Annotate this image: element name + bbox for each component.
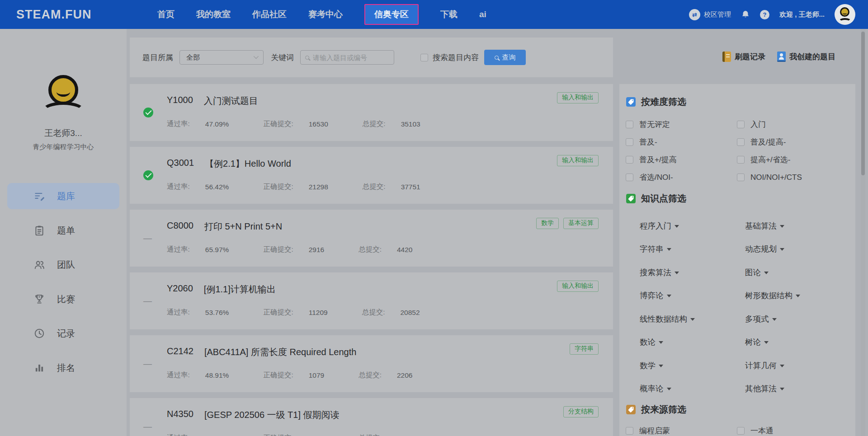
checkbox[interactable] [626,138,633,146]
problem-id[interactable]: N4350 [167,409,193,421]
problem-title-row: Q3001 【例2.1】Hello World [167,158,291,170]
help-icon[interactable]: ? [760,10,769,19]
search-content-checkbox[interactable] [420,54,428,61]
source-option[interactable]: 一本通 [737,422,848,436]
checkbox[interactable] [737,138,745,146]
knowledge-dropdown[interactable]: 博弈论 [640,284,745,308]
problem-title[interactable]: 入门测试题目 [204,95,258,107]
keyword-input[interactable] [313,54,385,61]
problem-id[interactable]: Y2060 [167,283,193,295]
nav-works-community[interactable]: 作品社区 [252,9,287,20]
problem-tag[interactable]: 分支结构 [563,406,599,417]
problem-title[interactable]: 【例2.1】Hello World [205,158,291,170]
caret-down-icon [764,272,769,274]
knowledge-dropdown[interactable]: 搜索算法 [640,261,745,284]
problem-title-row: N4350 [GESP 202506 一级 T1] 假期阅读 [167,409,340,421]
problem-row[interactable]: — Y2060 [例1.1]计算机输出 通过率:53.76% 正确提交:1120… [130,272,613,329]
unsolved-dash-icon: — [143,296,152,306]
caret-down-icon [675,225,679,228]
my-problems-link[interactable]: 我创建的题目 [777,52,835,62]
problem-row[interactable]: — C8000 打印 5+N Print 5+N 通过率:65.97% 正确提交… [130,210,613,267]
nav-download[interactable]: 下载 [440,9,458,20]
knowledge-dropdown[interactable]: 字符串 [640,238,745,261]
school-admin-link[interactable]: ⇄ 校区管理 [689,9,731,20]
problem-id[interactable]: Q3001 [167,158,194,170]
checkbox[interactable] [626,121,633,128]
problem-title-row: C2142 [ABC411A] 所需长度 Required Length [167,346,356,358]
problem-row[interactable]: Y1000 入门测试题目 通过率:47.09% 正确提交:16530 总提交:3… [130,84,613,141]
nav-contest-center[interactable]: 赛考中心 [308,9,343,20]
knowledge-dropdown[interactable]: 线性数据结构 [640,307,745,331]
nav-home[interactable]: 首页 [157,9,175,20]
checkbox[interactable] [626,427,633,435]
checkbox[interactable] [737,121,745,128]
problem-row[interactable]: — N4350 [GESP 202506 一级 T1] 假期阅读 通过率:43.… [130,398,613,436]
knowledge-dropdown[interactable]: 其他算法 [745,377,850,401]
knowledge-dropdown[interactable]: 树论 [745,331,850,354]
nav-oi-zone-active[interactable]: 信奥专区 [364,4,419,25]
checkbox[interactable] [737,173,745,181]
problem-title[interactable]: [例1.1]计算机输出 [204,283,276,295]
problem-tag[interactable]: 输入和输出 [557,92,599,103]
owner-select[interactable]: 全部 [179,50,264,65]
knowledge-dropdown[interactable]: 概率论 [640,377,745,401]
problem-tag[interactable]: 数学 [536,218,559,229]
problem-id[interactable]: Y1000 [167,95,193,107]
app-root: STEAM.FUN 首页 我的教室 作品社区 赛考中心 信奥专区 下载 ai ⇄… [0,0,868,436]
checkbox[interactable] [737,427,745,435]
logo[interactable]: STEAM.FUN [16,0,92,29]
unsolved-dash-icon: — [143,422,152,431]
problem-id[interactable]: C2142 [167,346,193,358]
knowledge-dropdown[interactable]: 图论 [745,261,850,284]
user-avatar[interactable] [835,4,855,25]
problem-tag[interactable]: 输入和输出 [557,281,599,292]
caret-down-icon [667,388,671,390]
nav-ai[interactable]: ai [479,9,486,19]
difficulty-option[interactable]: 普及/提高- [737,133,848,151]
problem-tag[interactable]: 基本运算 [563,218,599,229]
knowledge-dropdown[interactable]: 数论 [640,331,745,354]
nav-my-classroom[interactable]: 我的教室 [196,9,231,20]
problem-stats: 通过率:48.91% 正确提交:1079 总提交:2206 [167,370,447,380]
problem-row[interactable]: Q3001 【例2.1】Hello World 通过率:56.42% 正确提交:… [130,147,613,204]
difficulty-option[interactable]: 省选/NOI- [626,169,737,186]
caret-down-icon [690,318,695,321]
knowledge-dropdown[interactable]: 程序入门 [640,214,745,238]
problem-id[interactable]: C8000 [167,220,193,233]
problem-title[interactable]: [ABC411A] 所需长度 Required Length [204,346,356,358]
caret-down-icon [780,248,784,251]
difficulty-option[interactable]: 暂无评定 [626,116,737,133]
transfer-icon: ⇄ [689,9,700,20]
problem-title[interactable]: [GESP 202506 一级 T1] 假期阅读 [204,409,340,421]
caret-down-icon [675,272,679,274]
knowledge-dropdown[interactable]: 多项式 [745,307,850,331]
difficulty-option[interactable]: 普及+/提高 [626,151,737,169]
source-section-header: 按来源筛选 [626,403,686,416]
problem-tag[interactable]: 字符串 [570,343,599,355]
caret-down-icon [772,318,777,321]
difficulty-option[interactable]: NOI/NOI+/CTS [737,169,848,186]
checkbox[interactable] [737,156,745,164]
source-option[interactable]: 编程启蒙 [626,422,737,436]
checkbox[interactable] [626,156,633,164]
chevron-down-icon [254,54,259,59]
notification-bell-icon[interactable] [741,10,750,19]
problem-row[interactable]: — C2142 [ABC411A] 所需长度 Required Length 通… [130,335,613,392]
problem-title[interactable]: 打印 5+N Print 5+N [204,220,282,233]
difficulty-option[interactable]: 普及- [626,133,737,151]
unsolved-dash-icon: — [143,359,152,369]
difficulty-option[interactable]: 提高+/省选- [737,151,848,169]
knowledge-dropdown[interactable]: 动态规划 [745,238,850,261]
query-button[interactable]: 查询 [484,50,526,65]
knowledge-dropdown[interactable]: 计算几何 [745,354,850,377]
checkbox[interactable] [626,173,633,181]
practice-log-link[interactable]: 刷题记录 [722,52,765,62]
scrollbar-thumb[interactable] [861,32,865,175]
knowledge-dropdown[interactable]: 树形数据结构 [745,284,850,308]
knowledge-dropdown[interactable]: 基础算法 [745,214,850,238]
knowledge-dropdown[interactable]: 数学 [640,354,745,377]
problem-tag[interactable]: 输入和输出 [557,155,599,166]
problem-stats: 通过率:53.76% 正确提交:11209 总提交:20852 [167,308,454,317]
difficulty-option[interactable]: 入门 [737,116,848,133]
notebook-icon [722,52,731,62]
